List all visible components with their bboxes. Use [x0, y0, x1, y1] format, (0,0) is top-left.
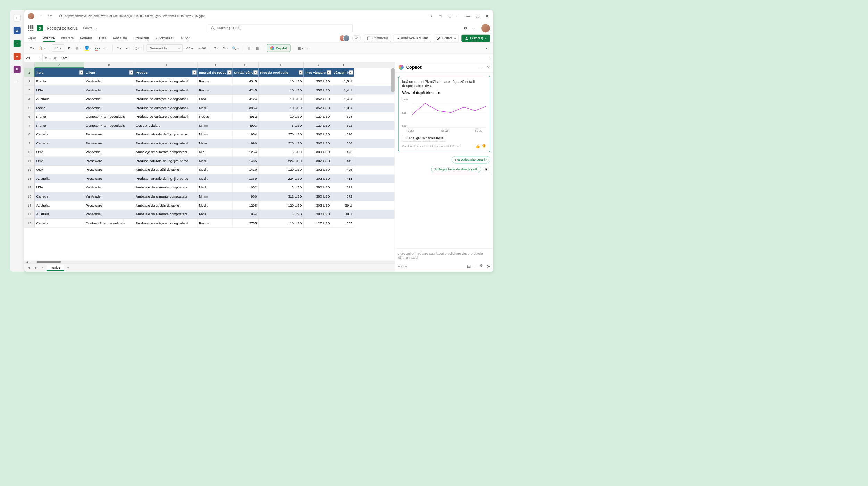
cell[interactable]: Mic	[197, 148, 232, 157]
font-color-button[interactable]: A▾	[94, 44, 101, 52]
table-header-cell[interactable]: Produs▾	[134, 68, 197, 77]
title-dropdown-icon[interactable]: ▾	[96, 27, 97, 30]
cell[interactable]: Redus	[197, 219, 232, 228]
row-number[interactable]: 11	[24, 157, 35, 166]
thumbs-up-icon[interactable]: 👍	[476, 144, 480, 149]
sheet-prev-icon[interactable]: ◀	[27, 266, 32, 270]
cell[interactable]: 3 USD	[259, 148, 304, 157]
cell[interactable]: 380 USD	[304, 183, 332, 192]
cell[interactable]: VanArsdel	[84, 148, 134, 157]
cell[interactable]: 3 USD	[259, 210, 304, 219]
cell[interactable]: Ambalaje de gustări durabile	[134, 201, 197, 210]
cell[interactable]: 442	[332, 157, 354, 166]
cell[interactable]: Redus	[197, 112, 232, 122]
copilot-close-icon[interactable]: ✕	[487, 65, 490, 69]
merge-button[interactable]: ⬚▾	[133, 44, 141, 52]
minimize-button[interactable]: —	[466, 13, 471, 19]
cell[interactable]: 399	[332, 183, 354, 192]
cell[interactable]: Ambalaje de alimente compostabi	[134, 210, 197, 219]
cell-styles-icon[interactable]: ▦▾	[296, 44, 304, 52]
microphone-icon[interactable]: 🎙	[479, 264, 483, 269]
cell[interactable]: 1,4 U	[332, 86, 354, 95]
conditional-format-icon[interactable]: ⊟	[246, 44, 253, 52]
cell[interactable]: 110 USD	[259, 219, 304, 228]
column-header[interactable]: D	[197, 62, 232, 68]
cell[interactable]: Canada	[35, 139, 84, 148]
cell[interactable]: 302 USD	[304, 139, 332, 148]
cell[interactable]: 2785	[232, 219, 258, 228]
cell[interactable]: Produse de curățare biodegradabil	[134, 86, 197, 95]
cell[interactable]: Proseware	[84, 139, 134, 148]
spreadsheet-grid[interactable]: ABCDEFGH 1Țară▾Client▾Produs▾Interval de…	[24, 62, 395, 272]
table-header-cell[interactable]: Client▾	[84, 68, 134, 77]
cell[interactable]: Australia	[35, 210, 84, 219]
cell[interactable]: Proseware	[84, 166, 134, 175]
cell[interactable]: 954	[232, 210, 258, 219]
cell[interactable]: 4952	[232, 112, 258, 122]
select-all-corner[interactable]	[24, 62, 35, 68]
cell[interactable]: 127 USD	[304, 112, 332, 122]
cell[interactable]: 3954	[232, 103, 258, 112]
cell[interactable]: Minim	[197, 130, 232, 139]
refresh-button[interactable]: ⟳	[47, 13, 53, 19]
cell[interactable]: 120 USD	[259, 201, 304, 210]
cell[interactable]: Contoso Pharmaceuticals	[84, 219, 134, 228]
row-number[interactable]: 16	[24, 201, 35, 210]
tab-data[interactable]: Date	[99, 35, 106, 42]
align-button[interactable]: ≡▾	[116, 44, 123, 52]
formula-input[interactable]: Țară	[58, 56, 486, 60]
cell[interactable]: 1298	[232, 201, 258, 210]
cell[interactable]: Australia	[35, 95, 84, 104]
wrap-text-button[interactable]: ↩	[124, 44, 131, 52]
cell[interactable]: Ambalaje de alimente compostabi	[134, 183, 197, 192]
cell[interactable]: 39 U	[332, 201, 354, 210]
cell[interactable]: Produse de curățare biodegradabil	[134, 77, 197, 86]
column-header[interactable]: E	[232, 62, 258, 68]
sort-filter-button[interactable]: ⇅▾	[222, 44, 229, 52]
cell[interactable]: Mediu	[197, 103, 232, 112]
filter-dropdown-icon[interactable]: ▾	[227, 70, 232, 75]
tab-help[interactable]: Ajutor	[181, 35, 190, 42]
all-sheets-icon[interactable]: ≡	[40, 266, 44, 269]
cell[interactable]: Minim	[197, 192, 232, 201]
cell[interactable]: 380 USD	[304, 192, 332, 201]
row-number[interactable]: 9	[24, 139, 35, 148]
cell[interactable]: Mexic	[35, 103, 84, 112]
workbook-name[interactable]: Registru de lucru1	[47, 26, 78, 31]
cell[interactable]: 312 USD	[259, 192, 304, 201]
cell[interactable]: 980	[232, 192, 258, 201]
thumbs-down-icon[interactable]: 👎	[482, 144, 486, 149]
table-header-cell[interactable]: Interval de reduc▾	[197, 68, 232, 77]
cell[interactable]: Mediu	[197, 174, 232, 183]
formula-expand-icon[interactable]: ▾	[486, 57, 493, 59]
cell[interactable]: 302 USD	[304, 201, 332, 210]
cell[interactable]: Produse de curățare biodegradabil	[134, 95, 197, 104]
cell[interactable]: 127 USD	[304, 121, 332, 130]
cell[interactable]: 10 USD	[259, 95, 304, 104]
cell[interactable]: 120 USD	[259, 166, 304, 175]
filter-dropdown-icon[interactable]: ▾	[79, 70, 83, 75]
table-header-cell[interactable]: Preț de producție▾	[259, 68, 304, 77]
presence-overflow[interactable]: +4	[352, 35, 361, 41]
row-number[interactable]: 3	[24, 86, 35, 95]
add-app-button[interactable]: +	[16, 78, 19, 85]
autosum-button[interactable]: Σ▾	[213, 44, 220, 52]
tab-home[interactable]: Pornire	[43, 35, 55, 42]
cell[interactable]: 372	[332, 192, 354, 201]
cell[interactable]: 302 USD	[304, 166, 332, 175]
cell[interactable]: 10 USD	[259, 103, 304, 112]
fill-color-button[interactable]: 🪣▾	[84, 44, 93, 52]
cell[interactable]: Ambalaje de alimente compostabi	[134, 192, 197, 201]
row-number[interactable]: 7	[24, 121, 35, 130]
confirm-formula-icon[interactable]: ✓	[49, 56, 52, 60]
cell[interactable]: Produse naturale de îngrijire perso	[134, 157, 197, 166]
cell[interactable]: 596	[332, 130, 354, 139]
cell[interactable]: Produse de curățare biodegradabil	[134, 219, 197, 228]
cell[interactable]: 10 USD	[259, 77, 304, 86]
tab-automate[interactable]: Automatizați	[155, 35, 174, 42]
column-header[interactable]: H	[332, 62, 354, 68]
cell[interactable]: 352 USD	[304, 95, 332, 104]
cell[interactable]: VanArsdel	[84, 192, 134, 201]
row-number[interactable]: 5	[24, 103, 35, 112]
cell[interactable]: Australia	[35, 201, 84, 210]
